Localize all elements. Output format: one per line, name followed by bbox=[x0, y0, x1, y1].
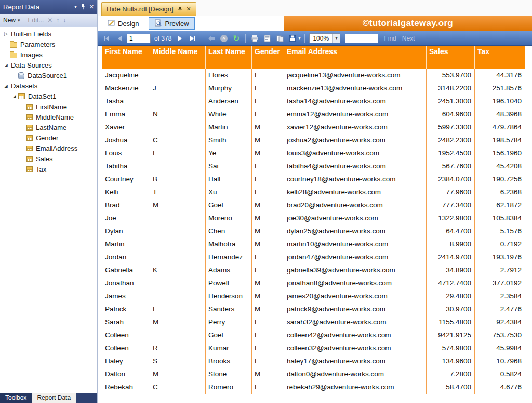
table-row: GabriellaKAdamsFgabriella39@adventure-wo… bbox=[102, 264, 525, 277]
find-next-button[interactable]: Next bbox=[402, 35, 415, 42]
find-button[interactable]: Find bbox=[384, 35, 396, 42]
tree-item-sales[interactable]: Sales bbox=[0, 153, 97, 164]
table-row: RebekahCRomeroFrebekah29@adventure-works… bbox=[102, 381, 525, 394]
tree-item-dataset1[interactable]: ◢DataSet1 bbox=[0, 91, 97, 101]
column-header-sales: Sales bbox=[427, 46, 475, 69]
cell-tax: 753.7530 bbox=[475, 329, 525, 342]
zoom-select[interactable]: 100% ▾ bbox=[309, 33, 340, 43]
tree-item-emailaddress[interactable]: EmailAddress bbox=[0, 143, 97, 153]
zoom-dropdown-chevron-icon[interactable]: ▾ bbox=[332, 34, 340, 43]
new-button[interactable]: New bbox=[3, 17, 16, 24]
tree-item-label: MiddleName bbox=[36, 113, 74, 121]
tab-toolbox[interactable]: Toolbox bbox=[0, 393, 32, 403]
tree-item-firstname[interactable]: FirstName bbox=[0, 101, 97, 112]
cell-sales: 4712.7400 bbox=[427, 277, 475, 290]
edit-button[interactable]: Edit... bbox=[28, 17, 44, 24]
stop-rendering-icon[interactable]: ✕ bbox=[219, 33, 229, 43]
tab-close-icon[interactable]: ✕ bbox=[187, 6, 191, 12]
db-icon bbox=[18, 72, 24, 79]
tree-item-data-sources[interactable]: ◢Data Sources bbox=[0, 60, 97, 70]
tab-report-data[interactable]: Report Data bbox=[32, 393, 76, 403]
tree-item-images[interactable]: Images bbox=[0, 49, 97, 60]
cell-gender: F bbox=[252, 160, 284, 173]
table-row: MackenzieJMurphyFmackenzie13@adventure-w… bbox=[102, 82, 525, 95]
cell-middle bbox=[150, 290, 206, 303]
current-page-input[interactable] bbox=[127, 34, 151, 43]
report-viewer-toolbar: of 378 ✕ ↻ bbox=[98, 31, 532, 46]
move-down-icon[interactable]: ↓ bbox=[63, 17, 66, 24]
total-pages-label: of 378 bbox=[154, 35, 171, 42]
export-icon[interactable] bbox=[287, 33, 297, 43]
banner-text: ©tutorialgateway.org bbox=[363, 18, 453, 29]
refresh-icon[interactable]: ↻ bbox=[231, 33, 241, 43]
cell-sales: 34.8900 bbox=[427, 264, 475, 277]
document-tab[interactable]: Hide Nulls.rdl [Design] ✕ bbox=[101, 2, 196, 16]
move-up-icon[interactable]: ↑ bbox=[56, 17, 59, 24]
table-row: JonathanPowellMjonathan8@adventure-works… bbox=[102, 277, 525, 290]
report-data-panel: Report Data ▾ ✕ New ▾ Edit... ✕ ↑ ↓ ▷Bui… bbox=[0, 0, 98, 403]
cell-sales: 9421.9125 bbox=[427, 329, 475, 342]
table-row: CourtneyBHallFcourtney18@adventure-works… bbox=[102, 173, 525, 186]
panel-close-icon[interactable]: ✕ bbox=[89, 4, 94, 10]
cell-last: Romero bbox=[206, 381, 252, 394]
new-dropdown-chevron-icon[interactable]: ▾ bbox=[18, 18, 20, 23]
cell-email: dalton0@adventure-works.com bbox=[284, 368, 427, 381]
page-setup-icon[interactable] bbox=[275, 33, 285, 43]
cell-last: White bbox=[206, 108, 252, 121]
cell-email: tabitha4@adventure-works.com bbox=[284, 160, 427, 173]
cell-first: Brad bbox=[102, 199, 150, 212]
cell-tax: 156.1960 bbox=[475, 147, 525, 160]
toolbar-separator bbox=[24, 16, 24, 24]
cell-sales: 5997.3300 bbox=[427, 121, 475, 134]
collapse-arrow-icon[interactable]: ◢ bbox=[2, 84, 10, 88]
tree-item-middlename[interactable]: MiddleName bbox=[0, 112, 97, 122]
cell-first: Emma bbox=[102, 108, 150, 121]
tree-item-gender[interactable]: Gender bbox=[0, 133, 97, 143]
folder-icon bbox=[10, 53, 17, 58]
cell-sales: 1322.9800 bbox=[427, 212, 475, 225]
tree-item-datasets[interactable]: ◢Datasets bbox=[0, 81, 97, 91]
column-header-tax: Tax bbox=[475, 46, 525, 69]
cell-middle bbox=[150, 238, 206, 251]
tree-item-label: Images bbox=[20, 51, 43, 59]
tree-item-built-in-fields[interactable]: ▷Built-in Fields bbox=[0, 29, 97, 39]
collapse-arrow-icon[interactable]: ◢ bbox=[2, 63, 10, 68]
last-page-button[interactable] bbox=[188, 33, 197, 43]
cell-middle: S bbox=[150, 355, 206, 368]
next-page-button[interactable] bbox=[175, 33, 185, 43]
expand-arrow-icon[interactable]: ▷ bbox=[2, 31, 10, 36]
cell-first: Xavier bbox=[102, 121, 150, 134]
tab-pin-icon[interactable] bbox=[178, 6, 182, 12]
preview-view-button[interactable]: Preview bbox=[149, 17, 194, 30]
cell-gender: F bbox=[252, 381, 284, 394]
tree-item-datasource1[interactable]: DataSource1 bbox=[0, 70, 97, 81]
panel-menu-chevron-down-icon[interactable]: ▾ bbox=[74, 4, 77, 9]
cell-tax: 2.7912 bbox=[475, 264, 525, 277]
report-data-toolbar: New ▾ Edit... ✕ ↑ ↓ bbox=[0, 14, 97, 27]
collapse-arrow-icon[interactable]: ◢ bbox=[10, 94, 18, 99]
cell-middle: C bbox=[150, 134, 206, 147]
cell-first: Colleen bbox=[102, 342, 150, 355]
tree-item-label: LastName bbox=[36, 124, 66, 132]
print-icon[interactable] bbox=[250, 33, 260, 43]
panel-pin-icon[interactable] bbox=[81, 4, 86, 10]
previous-page-button[interactable] bbox=[114, 33, 124, 43]
tree-item-parameters[interactable]: Parameters bbox=[0, 39, 97, 49]
report-table-body: JacquelineFloresFjacqueline13@adventure-… bbox=[102, 69, 525, 394]
cell-last: Kumar bbox=[206, 342, 252, 355]
print-layout-icon[interactable] bbox=[262, 33, 272, 43]
cell-sales: 1952.4500 bbox=[427, 147, 475, 160]
export-dropdown-chevron-icon[interactable]: ▾ bbox=[298, 36, 300, 41]
cell-tax: 5.1576 bbox=[475, 225, 525, 238]
cell-email: emma12@adventure-works.com bbox=[284, 108, 427, 121]
cell-gender: M bbox=[252, 134, 284, 147]
tree-item-tax[interactable]: Tax bbox=[0, 164, 97, 174]
first-page-button[interactable] bbox=[102, 33, 112, 43]
field-icon bbox=[26, 125, 33, 131]
back-to-parent-report-icon[interactable] bbox=[206, 33, 216, 43]
find-text-input[interactable] bbox=[345, 34, 378, 43]
cell-gender: F bbox=[252, 95, 284, 108]
delete-icon[interactable]: ✕ bbox=[47, 17, 52, 24]
tree-item-lastname[interactable]: LastName bbox=[0, 122, 97, 133]
design-view-button[interactable]: Design bbox=[102, 17, 144, 30]
